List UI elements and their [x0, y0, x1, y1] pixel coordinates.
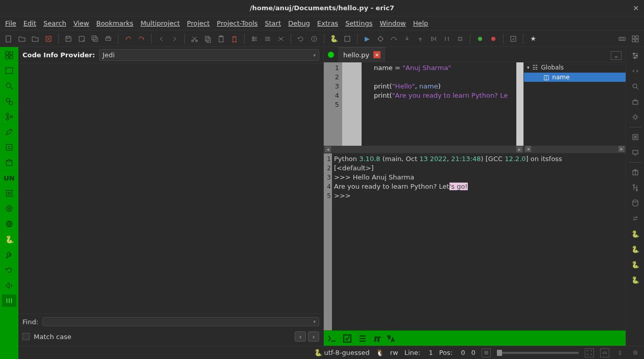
- uncomment-icon[interactable]: [262, 33, 273, 44]
- zoom-reset-button[interactable]: ⊞: [482, 348, 491, 357]
- rs-python4-icon[interactable]: 🐍: [629, 274, 641, 285]
- panels-button[interactable]: ⊟: [631, 348, 640, 357]
- tab-close-button[interactable]: ✕: [373, 51, 380, 58]
- sidebar-box-icon[interactable]: [2, 156, 16, 169]
- copy-icon[interactable]: [202, 33, 213, 44]
- breakpoint-add-icon[interactable]: [474, 33, 486, 44]
- open-project-icon[interactable]: [30, 33, 41, 44]
- python-stop-icon[interactable]: [342, 33, 353, 44]
- rs-list-icon[interactable]: [629, 131, 641, 143]
- step-into-icon[interactable]: [401, 33, 413, 44]
- undo-icon[interactable]: [123, 33, 134, 44]
- tasks-icon[interactable]: [342, 333, 352, 344]
- menu-edit[interactable]: Edit: [23, 19, 36, 27]
- sidebar-globe-icon[interactable]: [2, 218, 16, 230]
- step-over-icon[interactable]: [388, 33, 399, 44]
- code-editor[interactable]: 12345 name = "Anuj Sharma" print("Hello"…: [324, 62, 523, 153]
- menu-window[interactable]: Window: [379, 19, 406, 27]
- outline-item-name[interactable]: ◫name: [524, 73, 626, 82]
- overview-button[interactable]: ▯: [615, 348, 625, 357]
- sidebar-announce-icon[interactable]: [2, 279, 16, 291]
- horizontal-scrollbar[interactable]: ◂▸: [324, 146, 523, 153]
- numbers-icon[interactable]: π: [373, 333, 380, 344]
- sidebar-grid-icon[interactable]: [2, 49, 16, 61]
- menu-file[interactable]: File: [5, 19, 16, 27]
- rs-monitor-icon[interactable]: [629, 147, 641, 158]
- menu-help[interactable]: Help: [413, 19, 428, 27]
- shell-panel[interactable]: 12345 Python 3.10.8 (main, Oct 13 2022, …: [324, 153, 626, 330]
- star-icon[interactable]: ★: [528, 33, 539, 44]
- rs-db-icon[interactable]: [629, 197, 641, 209]
- reload-icon[interactable]: [295, 33, 306, 44]
- rs-python2-icon[interactable]: 🐍: [629, 243, 641, 255]
- sidebar-search-icon[interactable]: [2, 80, 16, 92]
- rs-gear-icon[interactable]: [629, 111, 641, 123]
- layout-button[interactable]: ▭: [600, 348, 609, 357]
- layout-horiz-icon[interactable]: [616, 33, 628, 44]
- terminal-icon[interactable]: [327, 333, 337, 344]
- save-as-icon[interactable]: [76, 33, 87, 44]
- tab-menu-button[interactable]: ⌄: [611, 51, 622, 60]
- find-input[interactable]: ▾: [42, 317, 319, 326]
- toggle-comment-icon[interactable]: [275, 33, 287, 44]
- pause-icon[interactable]: [441, 33, 452, 44]
- window-close-button[interactable]: ✕: [633, 4, 639, 12]
- rs-git-icon[interactable]: [629, 182, 641, 193]
- run-script-icon[interactable]: ▶: [362, 33, 373, 44]
- print-icon[interactable]: [103, 33, 114, 44]
- fullscreen-button[interactable]: ⛶: [585, 348, 594, 357]
- editor-tab[interactable]: hello.py ✕: [338, 47, 386, 62]
- layout-grid-icon[interactable]: [630, 33, 641, 44]
- rs-collapse-icon[interactable]: [629, 65, 641, 77]
- sidebar-split-icon[interactable]: [2, 295, 16, 307]
- rs-python1-icon[interactable]: 🐍: [629, 228, 641, 239]
- rs-package-icon[interactable]: [629, 167, 641, 178]
- debug-icon[interactable]: [375, 33, 386, 44]
- step-out-icon[interactable]: [415, 33, 426, 44]
- outline-root[interactable]: ▾☷Globals: [524, 62, 626, 73]
- sidebar-window-icon[interactable]: [2, 64, 16, 77]
- find-next-button[interactable]: ›: [308, 331, 319, 342]
- sidebar-python-icon[interactable]: 🐍: [2, 233, 16, 245]
- paste-icon[interactable]: [216, 33, 227, 44]
- sidebar-vcs-icon[interactable]: [2, 110, 16, 123]
- rs-briefcase-icon[interactable]: [629, 96, 641, 107]
- python-icon[interactable]: 🐍: [328, 33, 340, 44]
- shell-content[interactable]: Python 3.10.8 (main, Oct 13 2022, 21:13:…: [332, 153, 626, 330]
- close-file-icon[interactable]: [43, 33, 54, 44]
- code-info-select[interactable]: Jedi ▾: [99, 49, 319, 61]
- save-icon[interactable]: [63, 33, 74, 44]
- stop-icon[interactable]: [455, 33, 466, 44]
- forward-icon[interactable]: [169, 33, 180, 44]
- translate-icon[interactable]: [385, 333, 395, 344]
- continue-icon[interactable]: [428, 33, 439, 44]
- rs-swap-icon[interactable]: [629, 213, 641, 224]
- open-file-icon[interactable]: [16, 33, 28, 44]
- sidebar-edit-icon[interactable]: [2, 126, 16, 138]
- sidebar-params-icon[interactable]: [2, 141, 16, 153]
- cut-icon[interactable]: [189, 33, 200, 44]
- delete-icon[interactable]: [229, 33, 240, 44]
- sidebar-replace-icon[interactable]: [2, 95, 16, 107]
- sidebar-target-icon[interactable]: [2, 203, 16, 215]
- sidebar-refresh-icon[interactable]: [2, 264, 16, 276]
- rs-search-icon[interactable]: [629, 81, 641, 92]
- menu-project-tools[interactable]: Project-Tools: [217, 19, 258, 27]
- menu-bookmarks[interactable]: Bookmarks: [96, 19, 133, 27]
- menu-project[interactable]: Project: [187, 19, 209, 27]
- menu-extras[interactable]: Extras: [317, 19, 338, 27]
- comment-icon[interactable]: [249, 33, 260, 44]
- menu-view[interactable]: View: [74, 19, 89, 27]
- back-icon[interactable]: [156, 33, 167, 44]
- zoom-slider[interactable]: [497, 352, 579, 354]
- save-all-icon[interactable]: [89, 33, 101, 44]
- menu-multiproject[interactable]: Multiproject: [140, 19, 180, 27]
- menu-start[interactable]: Start: [265, 19, 281, 27]
- project-tool-icon[interactable]: [508, 33, 519, 44]
- menu-settings[interactable]: Settings: [345, 19, 372, 27]
- sidebar-preview-icon[interactable]: [2, 187, 16, 199]
- sidebar-unittest-icon[interactable]: UN: [2, 172, 16, 184]
- outline-scrollbar[interactable]: ◂▸: [524, 146, 626, 153]
- menu-search[interactable]: Search: [43, 19, 66, 27]
- redo-icon[interactable]: [136, 33, 147, 44]
